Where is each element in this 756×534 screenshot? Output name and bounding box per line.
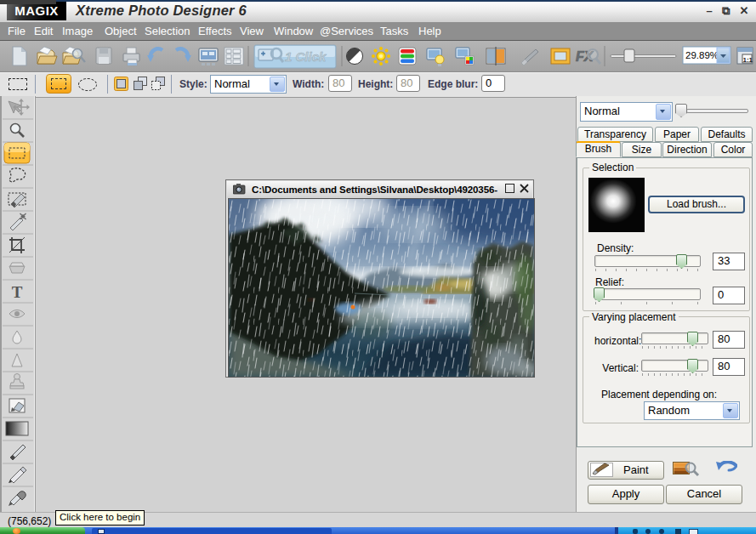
svg-text:29.89%: 29.89% (685, 50, 719, 60)
svg-text:1 Click: 1 Click (285, 49, 327, 64)
svg-text:T: T (12, 283, 23, 301)
svg-text:1:1: 1:1 (743, 56, 753, 64)
